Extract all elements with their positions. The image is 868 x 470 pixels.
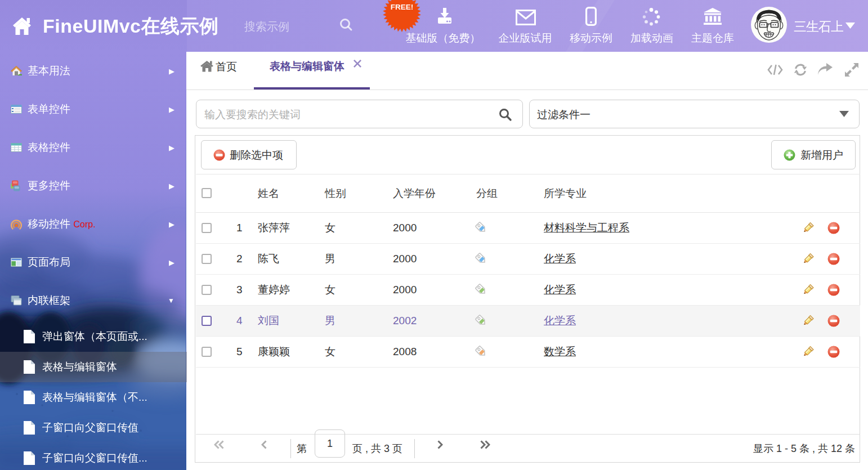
svg-text:FREE!: FREE!	[391, 3, 414, 11]
